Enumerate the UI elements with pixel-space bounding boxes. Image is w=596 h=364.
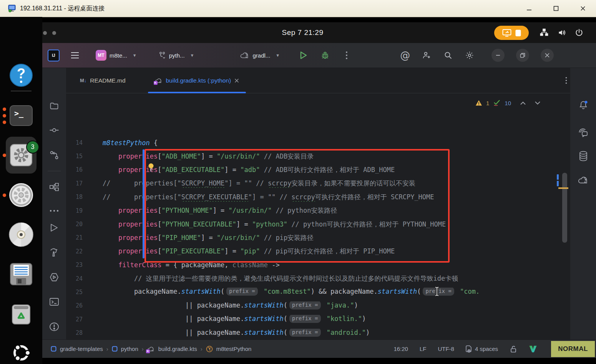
file-encoding[interactable]: UTF-8 [438,346,454,352]
search-everywhere-button[interactable] [437,48,459,63]
dock-help-icon[interactable]: ? [9,63,33,87]
window-maximize-button[interactable] [548,3,564,14]
change-marker[interactable] [557,174,559,180]
code-line[interactable]: 17// properties["SCRCPY_HOME"] = "" // s… [66,177,570,190]
ai-assistant-icon[interactable]: @ [394,48,416,63]
code-line[interactable]: 22 properties["PIP_EXECUTABLE"] = "pip" … [66,245,570,258]
network-icon[interactable] [539,28,549,37]
code-line[interactable]: 15 properties["ADB_HOME"] = "/usr/bin/" … [66,149,570,163]
problems-tool-icon[interactable] [49,322,59,332]
services-tool-icon[interactable] [49,272,59,282]
line-number: 20 [66,221,83,228]
tab-close-icon[interactable] [234,78,239,83]
gnome-top-bar: Sep 7 21:29 [9,22,596,43]
line-number: 27 [66,316,83,323]
caret-position[interactable]: 16:20 [393,346,408,352]
dock-system-gear-icon[interactable] [8,182,34,208]
inspections-widget[interactable]: 1 10 [475,99,540,107]
screen-share-indicator[interactable] [494,26,529,40]
run-button[interactable] [293,48,314,63]
database-tool-icon[interactable] [578,151,589,162]
chevron-down-icon[interactable] [535,101,540,105]
debug-button[interactable] [314,48,336,63]
ide-minimize-button[interactable] [486,47,510,64]
tab-options-button[interactable] [565,77,567,84]
code-line[interactable]: 27 || packageName.startsWith(prefix = "k… [66,313,570,326]
ide-restore-button[interactable] [510,47,535,64]
run-config-name: gradl... [253,52,271,59]
more-actions-button[interactable] [336,48,357,63]
breadcrumb: gradle-templates › python › K build.grad… [51,346,251,352]
code-line[interactable]: 18// properties["SCRCPY_EXECUTABLE"] = "… [66,190,570,204]
vim-icon[interactable] [529,345,537,353]
dock-terminal-icon[interactable]: >_ [10,105,33,126]
notifications-icon[interactable] [578,100,589,111]
gradle-tool-icon[interactable] [578,175,589,185]
structure-tool-icon[interactable] [49,182,59,192]
terminal-tool-icon[interactable] [49,297,59,306]
breadcrumb-item[interactable]: build.gradle.kts [158,346,197,352]
chevron-right-icon: › [106,346,108,352]
code-lines: 14m8testPython {15 properties["ADB_HOME"… [66,136,570,339]
code-line[interactable]: 19 properties["PYTHON_HOME"] = "/usr/bin… [66,204,570,217]
editor-pane[interactable]: 1 10 14m8testPython {15 properties["ADB_… [66,94,570,339]
rdp-icon [8,4,17,13]
code-text: || packageName.startsWith(prefix = "java… [103,301,570,310]
tab-build-gradle-kts[interactable]: K build.gradle.kts (:python) [148,68,246,93]
more-tools-icon[interactable] [49,209,59,212]
dock-separator [11,91,32,91]
line-number: 26 [66,302,83,309]
vertical-scrollbar[interactable] [562,173,567,243]
build-tool-icon[interactable] [49,247,59,257]
commit-tool-icon[interactable] [49,126,59,135]
change-marker[interactable] [557,181,559,186]
code-line[interactable]: 21 properties["PIP_HOME"] = "/usr/bin/" … [66,231,570,245]
code-line[interactable]: 16 properties["ADB_EXECUTABLE"] = "adb" … [66,163,570,177]
ide-logo-icon[interactable]: IJ [48,50,60,61]
breadcrumb-item[interactable]: gradle-templates [60,346,103,352]
dock-ubuntu-icon[interactable] [11,342,32,363]
code-with-me-button[interactable] [416,48,437,63]
code-text: filterClass = { packageName, className -… [103,261,570,269]
code-line[interactable]: 20 properties["PYTHON_EXECUTABLE"] = "py… [66,217,570,231]
volume-icon[interactable] [557,28,567,37]
chevron-up-icon[interactable] [520,101,526,105]
left-tool-stripe [42,68,66,339]
indent-widget[interactable]: 4 spaces [466,345,498,353]
window-close-button[interactable] [574,3,591,14]
git-tool-icon[interactable] [49,150,59,160]
code-line[interactable]: 24 // 这里用于过滤一些需要使用的类，避免生成代码提示文件时间过长以及防止过… [66,272,570,285]
line-separator[interactable]: LF [420,346,427,352]
vcs-branch-widget[interactable]: pyth... ▼ [158,51,194,59]
window-dot [3,194,6,197]
power-icon[interactable] [574,28,584,37]
readonly-lock-icon[interactable] [510,345,517,353]
ide-close-button[interactable] [535,47,559,64]
code-line[interactable]: 26 || packageName.startsWith(prefix = "j… [66,299,570,313]
breadcrumb-item[interactable]: m8testPython [216,346,252,352]
main-menu-button[interactable] [64,48,86,63]
run-tool-icon[interactable] [50,223,58,232]
code-line[interactable]: 25 packageName.startsWith(prefix = "com.… [66,285,570,299]
intention-bulb-icon[interactable] [148,163,154,172]
code-line[interactable]: 14m8testPython { [66,136,570,149]
run-config-widget[interactable]: gradl... ▼ [240,51,280,59]
ai-assistant-tool-icon[interactable] [578,127,589,138]
vim-mode-badge[interactable]: NORMAL [551,341,595,357]
settings-button[interactable] [459,48,480,63]
line-number: 23 [66,261,83,268]
right-tool-stripe [570,68,596,339]
code-line[interactable]: 23 filterClass = { packageName, classNam… [66,258,570,272]
dock-cd-icon[interactable] [8,222,34,247]
breadcrumb-item[interactable]: python [121,346,138,352]
code-line[interactable]: 28 || packageName.startsWith(prefix = "a… [66,326,570,339]
module-icon [51,346,56,352]
dock-floppy-icon[interactable] [10,263,33,286]
warning-marker[interactable] [558,187,568,189]
dock-trash-icon[interactable] [10,301,32,325]
project-tool-icon[interactable] [50,101,59,111]
tab-readme[interactable]: M↓ README.md [73,68,133,93]
project-widget[interactable]: MT m8te... ▼ [96,50,137,61]
chevron-down-icon: ▼ [133,53,137,58]
window-minimize-button[interactable] [521,3,538,14]
